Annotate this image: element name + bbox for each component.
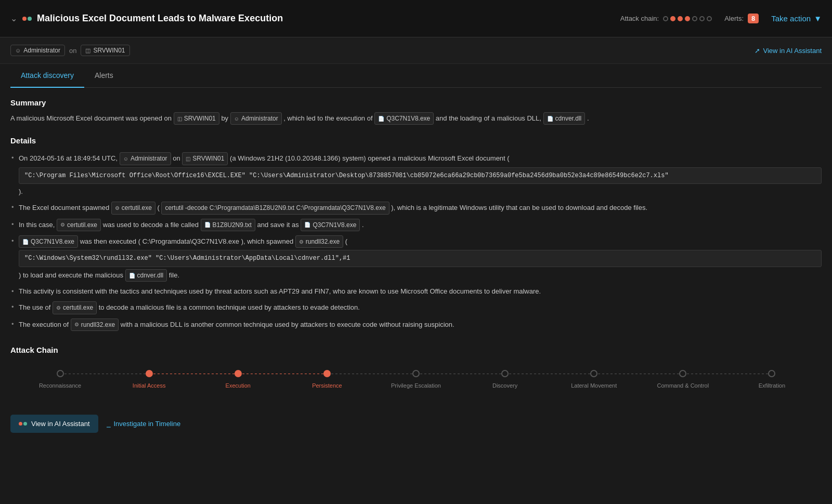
summary-text: A malicious Microsoft Excel document was… — [10, 112, 822, 125]
list-item: This activity is consistent with the tac… — [10, 284, 822, 299]
code-block-1: "C:\Program Files\Microsoft Office\Root\… — [19, 167, 822, 184]
chain-label-discovery: Discovery — [492, 382, 517, 389]
file-inline-icon: 📄 — [378, 114, 384, 123]
list-item: The execution of ⚙ rundll32.exe with a m… — [10, 316, 822, 333]
details-section: Details On 2024-05-16 at 18:49:54 UTC, ☺… — [10, 136, 822, 333]
gear-icon-5: ⚙ — [74, 320, 79, 329]
summary-server-tag[interactable]: ◫ SRVWIN01 — [174, 112, 219, 125]
chain-dot-priv-esc — [412, 370, 420, 377]
list-item: The use of ⚙ certutil.exe to decode a ma… — [10, 299, 822, 316]
chain-dot-2 — [670, 16, 675, 21]
timeline-icon: ⎯ — [107, 420, 111, 428]
chain-dot-7 — [707, 16, 712, 21]
view-ai-assistant-button[interactable]: View in AI Assistant — [10, 415, 98, 433]
chevron-down-icon: ▼ — [814, 14, 822, 23]
detail-server-tag-1[interactable]: ◫ SRVWIN01 — [182, 152, 228, 165]
certutil-tag-2[interactable]: ⚙ certutil.exe — [57, 219, 101, 231]
page-header: ⌄ Malicious Excel Document Leads to Malw… — [0, 0, 832, 37]
file-icon-2: 📄 — [304, 220, 310, 229]
view-ai-link-label: View in AI Assistant — [763, 47, 822, 55]
collapse-icon[interactable]: ⌄ — [10, 14, 17, 23]
file2-inline-icon: 📄 — [547, 114, 553, 123]
list-item: On 2024-05-16 at 18:49:54 UTC, ☺ Adminis… — [10, 150, 822, 200]
file-icon-4: 📄 — [129, 271, 135, 280]
summary-text-middle: , which led to the execution of — [283, 114, 372, 122]
chain-node-reconnaissance: Reconnaissance — [16, 370, 105, 389]
chain-node-lateral: Lateral Movement — [550, 370, 639, 389]
tab-attack-discovery[interactable]: Attack discovery — [10, 64, 84, 88]
attack-chain-section: Attack Chain Reconnaissance — [10, 346, 822, 394]
header-left: ⌄ Malicious Excel Document Leads to Malw… — [10, 13, 283, 24]
btn-logo-green — [23, 422, 27, 426]
q3c7-exe-tag[interactable]: 📄 Q3C7N1V8.exe — [301, 219, 360, 231]
chain-node-priv-esc: Privilege Escalation — [371, 370, 460, 389]
cdnver-dll-tag[interactable]: 📄 cdnver.dll — [125, 269, 167, 282]
server-tag[interactable]: ◫ SRVWIN01 — [81, 45, 129, 56]
summary-user-tag[interactable]: ☺ Administrator — [230, 112, 282, 125]
code-block-2: "C:\Windows\System32\rundll32.exe" "C:\U… — [19, 250, 822, 267]
chain-dot-4 — [685, 16, 690, 21]
certutil-cmd-tag: certutil -decode C:\Programdata\B1Z8U2N9… — [161, 202, 389, 214]
tabs: Attack discovery Alerts — [10, 64, 822, 88]
chain-dot-exfiltration — [768, 370, 775, 377]
chain-node-persistence: Persistence — [282, 370, 371, 389]
subheader-left: ☺ Administrator on ◫ SRVWIN01 — [10, 45, 130, 56]
logo-dot-green — [28, 17, 32, 21]
details-list: On 2024-05-16 at 18:49:54 UTC, ☺ Adminis… — [10, 150, 822, 333]
summary-dll1-tag[interactable]: 📄 cdnver.dll — [543, 112, 586, 125]
chain-dot-reconnaissance — [57, 370, 64, 377]
certutil-tag-1[interactable]: ⚙ certutil.exe — [111, 202, 155, 214]
chain-dot-1 — [663, 16, 668, 21]
chain-label-priv-esc: Privilege Escalation — [391, 382, 441, 389]
chain-label-c2: Command & Control — [657, 382, 709, 389]
q3c7-exe-tag-2[interactable]: 📄 Q3C7N1V8.exe — [19, 235, 78, 248]
alerts-badge: 8 — [748, 14, 759, 23]
summary-title: Summary — [10, 98, 822, 107]
list-item: 📄 Q3C7N1V8.exe was then executed ( C:\Pr… — [10, 233, 822, 284]
chain-dot-discovery — [501, 370, 509, 377]
summary-by-text: by — [221, 114, 228, 122]
chain-node-c2: Command & Control — [639, 370, 727, 389]
chain-node-discovery: Discovery — [461, 370, 550, 389]
server-inline-icon: ◫ — [177, 114, 182, 123]
btn-logo-red — [19, 422, 22, 426]
chain-dot-lateral — [590, 370, 597, 377]
take-action-label: Take action — [771, 14, 811, 23]
summary-text-final: . — [587, 114, 589, 122]
footer-actions: View in AI Assistant ⎯ Investigate in Ti… — [10, 406, 822, 441]
chain-dot-execution — [235, 370, 242, 377]
chain-node-initial-access: Initial Access — [105, 370, 193, 389]
chain-dot-c2 — [679, 370, 686, 377]
detail-user-tag-1[interactable]: ☺ Administrator — [120, 152, 171, 165]
certutil-tag-3[interactable]: ⚙ certutil.exe — [53, 301, 97, 314]
chain-dot-initial-access — [146, 370, 153, 377]
investigate-timeline-button[interactable]: ⎯ Investigate in Timeline — [107, 420, 181, 428]
summary-exe1-tag[interactable]: 📄 Q3C7N1V8.exe — [374, 112, 434, 125]
take-action-button[interactable]: Take action ▼ — [771, 14, 822, 23]
file-icon-1: 📄 — [204, 220, 211, 229]
page-title: Malicious Excel Document Leads to Malwar… — [37, 13, 283, 24]
chain-dots — [663, 16, 712, 21]
chain-label-execution: Execution — [226, 382, 251, 389]
server-icon-d1: ◫ — [186, 154, 190, 163]
chain-node-exfiltration: Exfiltration — [727, 370, 816, 389]
server-icon: ◫ — [85, 47, 90, 54]
user-tag[interactable]: ☺ Administrator — [10, 45, 65, 56]
user-tag-label: Administrator — [23, 47, 60, 54]
btn-logo-icon — [19, 422, 27, 426]
summary-text-before: A malicious Microsoft Excel document was… — [10, 114, 172, 122]
header-right: Attack chain: Alerts: 8 Take action ▼ — [620, 14, 822, 23]
b1z8-tag[interactable]: 📄 B1Z8U2N9.txt — [201, 219, 255, 231]
tab-alerts[interactable]: Alerts — [84, 64, 124, 88]
server-tag-label: SRVWIN01 — [93, 47, 125, 54]
rundll32-tag-2[interactable]: ⚙ rundll32.exe — [71, 319, 119, 331]
subheader: ☺ Administrator on ◫ SRVWIN01 ➚ View in … — [0, 37, 832, 64]
gear-icon-2: ⚙ — [60, 220, 65, 229]
chain-label-initial-access: Initial Access — [133, 382, 166, 389]
rundll32-tag-1[interactable]: ⚙ rundll32.exe — [295, 235, 343, 248]
attack-chain-header: Attack chain: — [620, 15, 712, 22]
file-icon-3: 📄 — [22, 237, 29, 246]
chain-label-exfiltration: Exfiltration — [759, 382, 785, 389]
alerts-section: Alerts: 8 — [724, 14, 759, 23]
view-ai-assistant-link-top[interactable]: ➚ View in AI Assistant — [755, 47, 822, 55]
